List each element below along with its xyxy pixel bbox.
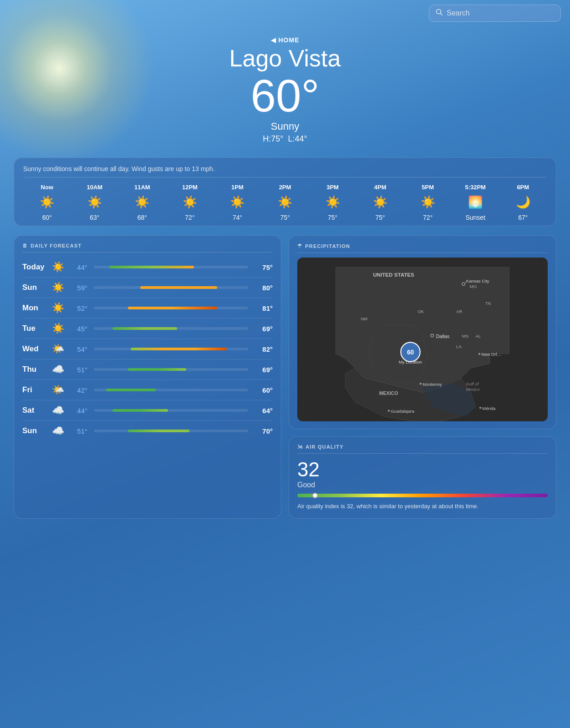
hourly-item: 12PM ☀️ 72° [166, 184, 214, 221]
hourly-time: 11AM [134, 184, 150, 191]
map-container[interactable]: UNITED STATES ,Kansas City MO OK AR TN N… [297, 258, 548, 421]
daily-bar [109, 266, 194, 268]
map-svg: UNITED STATES ,Kansas City MO OK AR TN N… [297, 258, 548, 421]
svg-text:Mexico: Mexico [466, 387, 479, 392]
daily-low: 52° [68, 304, 87, 312]
daily-bar [128, 430, 190, 432]
daily-bar-container [94, 327, 248, 330]
hourly-time: 3PM [326, 184, 339, 191]
daily-bar [128, 307, 218, 309]
hourly-item: Now ☀️ 60° [23, 184, 71, 221]
hourly-item: 4PM ☀️ 75° [356, 184, 404, 221]
hourly-time: 4PM [374, 184, 387, 191]
hourly-icon: 🌅 [468, 195, 483, 209]
aq-label: Good [297, 481, 548, 489]
svg-point-24 [420, 383, 422, 384]
hourly-item: 3PM ☀️ 75° [309, 184, 356, 221]
hourly-icon: ☀️ [135, 195, 149, 209]
hourly-time: 2PM [279, 184, 291, 191]
hourly-temp: Sunset [465, 214, 485, 221]
svg-text:OK: OK [417, 309, 424, 314]
daily-row: Sun ☀️ 59° 80° [22, 278, 273, 298]
svg-point-22 [478, 353, 480, 355]
daily-bar-container [94, 389, 248, 391]
hourly-temp: 72° [185, 214, 194, 221]
svg-text:Monterrey: Monterrey [422, 382, 442, 387]
hourly-temp: 60° [42, 214, 52, 221]
daily-low: 54° [68, 345, 87, 353]
daily-row: Mon ☀️ 52° 81° [22, 298, 273, 318]
daily-row: Tue ☀️ 45° 69° [22, 318, 273, 339]
svg-text:UNITED STATES: UNITED STATES [373, 272, 414, 278]
daily-icon: 🌤️ [51, 343, 65, 355]
daily-high: 69° [254, 325, 273, 333]
hourly-item: 6PM 🌙 67° [499, 184, 547, 221]
aq-value: 32 [297, 458, 548, 481]
daily-icon: ☁️ [51, 425, 65, 437]
aq-description: Air quality index is 32, which is simila… [297, 502, 548, 511]
hourly-row: Now ☀️ 60° 10AM ☀️ 63° 11AM ☀️ 68° 12PM … [23, 184, 547, 221]
aq-dot [312, 493, 318, 498]
daily-high: 75° [254, 263, 273, 271]
daily-bar-container [94, 430, 248, 432]
hourly-time: 1PM [231, 184, 244, 191]
daily-bar [131, 348, 226, 350]
hourly-item: 1PM ☀️ 74° [214, 184, 261, 221]
aq-icon: 🌬 [297, 444, 303, 450]
city-name: Lago Vista [0, 45, 570, 72]
daily-bar-container [94, 307, 248, 309]
daily-low: 51° [68, 427, 87, 435]
condition: Sunny [0, 121, 570, 132]
daily-rows: Today ☀️ 44° 75° Sun ☀️ 59° 80° Mon ☀️ 5… [22, 257, 273, 441]
hourly-icon: ☀️ [278, 195, 292, 209]
daily-icon: ☀️ [51, 261, 65, 273]
hourly-icon: ☀️ [421, 195, 435, 209]
hourly-icon: ☀️ [40, 195, 54, 209]
daily-icon: ☀️ [51, 323, 65, 334]
hourly-item: 2PM ☀️ 75° [261, 184, 309, 221]
hourly-item: 10AM ☀️ 63° [71, 184, 119, 221]
daily-icon: 🌤️ [51, 384, 65, 396]
hourly-item: 5:32PM 🌅 Sunset [452, 184, 499, 221]
hourly-temp: 75° [376, 214, 385, 221]
daily-bar [112, 409, 168, 412]
high-low: H:75° L:44° [0, 134, 570, 144]
svg-text:Mérida: Mérida [482, 406, 496, 411]
right-column: ☂ PRECIPITATION [289, 235, 556, 519]
precip-icon: ☂ [297, 243, 302, 249]
hourly-time: 5:32PM [465, 184, 486, 191]
svg-point-31 [479, 407, 481, 409]
daily-high: 81° [254, 304, 273, 312]
daily-day: Wed [22, 344, 47, 354]
svg-text:TN: TN [485, 301, 491, 306]
daily-title: 🗓 DAILY FORECAST [22, 243, 273, 253]
daily-bar-container [94, 266, 248, 268]
daily-bar-container [94, 409, 248, 412]
hourly-temp: 75° [328, 214, 337, 221]
daily-bar [128, 368, 187, 371]
precip-title: ☂ PRECIPITATION [297, 243, 548, 253]
hourly-icon: ☀️ [183, 195, 197, 209]
hourly-time: Now [41, 184, 53, 191]
daily-high: 70° [254, 427, 273, 435]
svg-text:60: 60 [407, 349, 414, 356]
hourly-temp: 67° [518, 214, 528, 221]
location-arrow-icon: ◀ [271, 36, 276, 44]
daily-high: 64° [254, 407, 273, 415]
daily-row: Sat ☁️ 44° 64° [22, 400, 273, 421]
daily-row: Today ☀️ 44° 75° [22, 257, 273, 278]
daily-day: Today [22, 263, 47, 272]
svg-text:AR: AR [456, 309, 462, 314]
daily-low: 44° [68, 263, 87, 271]
svg-text:My Location: My Location [399, 359, 422, 364]
daily-day: Sun [22, 283, 47, 292]
daily-bar-container [94, 286, 248, 289]
air-quality-card: 🌬 AIR QUALITY 32 Good Air quality index … [289, 436, 556, 519]
svg-text:MEXICO: MEXICO [379, 390, 398, 396]
svg-text:MO: MO [470, 284, 477, 289]
hourly-temp: 75° [280, 214, 290, 221]
daily-row: Wed 🌤️ 54° 82° [22, 339, 273, 359]
daily-low: 42° [68, 386, 87, 394]
hourly-card: Sunny conditions will continue all day. … [14, 157, 556, 226]
hourly-time: 10AM [87, 184, 102, 191]
